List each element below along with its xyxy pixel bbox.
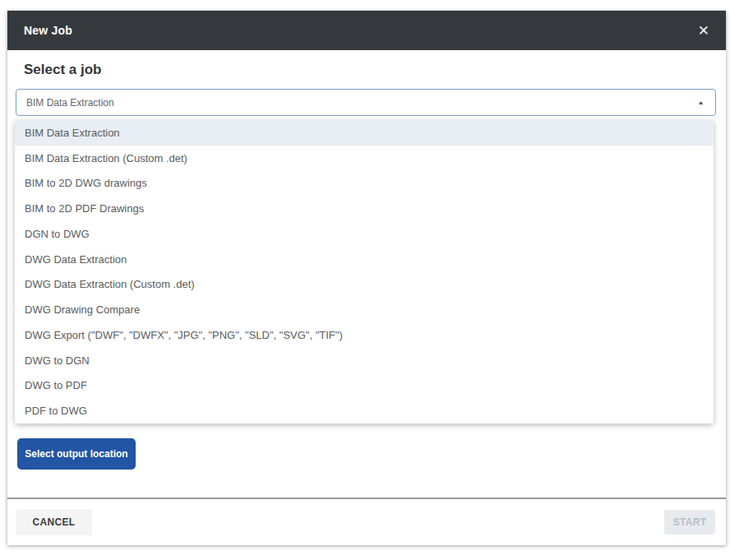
- dropdown-option[interactable]: DWG Drawing Compare: [15, 297, 714, 322]
- dropdown-option[interactable]: DGN to DWG: [15, 221, 714, 247]
- cancel-button[interactable]: CANCEL: [16, 509, 92, 535]
- new-job-dialog: New Job ✕ Select a job BIM Data Extracti…: [7, 11, 726, 545]
- dialog-header: New Job ✕: [7, 11, 726, 50]
- close-icon[interactable]: ✕: [698, 24, 709, 38]
- caret-up-icon: ▲: [697, 100, 705, 105]
- select-job-heading: Select a job: [24, 62, 101, 78]
- dialog-title: New Job: [24, 24, 72, 37]
- dropdown-option[interactable]: BIM to 2D PDF Drawings: [15, 196, 714, 221]
- dropdown-option[interactable]: BIM to 2D DWG drawings: [15, 171, 714, 197]
- start-button[interactable]: START: [664, 510, 715, 535]
- dropdown-option[interactable]: DWG to PDF: [15, 373, 714, 399]
- job-dropdown-list: BIM Data Extraction BIM Data Extraction …: [15, 120, 714, 423]
- select-output-location-button[interactable]: Select output location: [17, 438, 136, 470]
- dropdown-option[interactable]: DWG Export ("DWF", "DWFX", "JPG", "PNG",…: [15, 322, 714, 348]
- dropdown-option[interactable]: BIM Data Extraction (Custom .det): [15, 146, 714, 171]
- dropdown-option[interactable]: BIM Data Extraction: [15, 120, 714, 146]
- job-select-combobox[interactable]: BIM Data Extraction ▲: [16, 89, 716, 116]
- dropdown-option[interactable]: DWG to DGN: [15, 348, 714, 373]
- job-select-value: BIM Data Extraction: [26, 97, 114, 109]
- dialog-footer: CANCEL START: [7, 498, 726, 545]
- dropdown-option[interactable]: DWG Data Extraction (Custom .det): [15, 272, 714, 298]
- dropdown-option[interactable]: DWG Data Extraction: [15, 247, 714, 272]
- dropdown-option[interactable]: PDF to DWG: [15, 398, 714, 423]
